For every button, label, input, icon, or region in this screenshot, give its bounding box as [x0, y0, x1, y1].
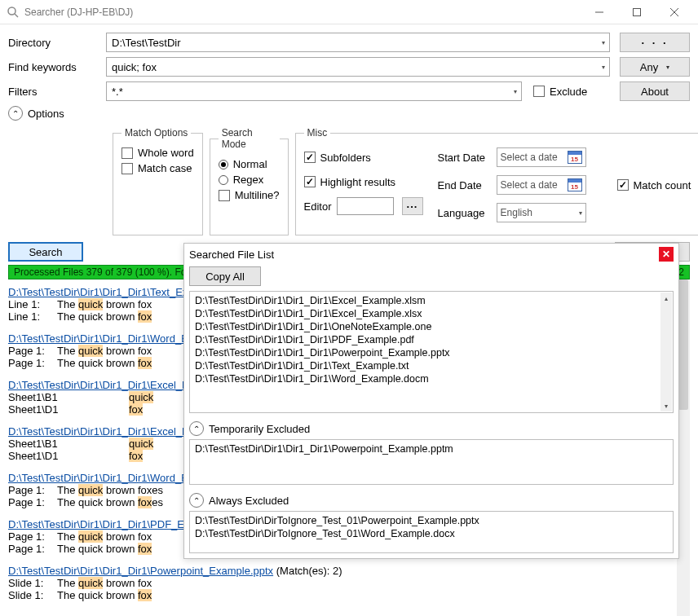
- multiline-checkbox[interactable]: Multiline?: [219, 189, 280, 201]
- result-file-link[interactable]: D:\Test\TestDir\Dir1\Dir1_Dir1\Excel_E: [8, 425, 189, 438]
- result-location: Page 1:: [8, 496, 57, 508]
- result-file-link[interactable]: D:\Test\TestDir\Dir1\Dir1_Dir1\Word_E: [8, 332, 188, 345]
- highlight: fox: [138, 543, 152, 555]
- result-location: Line 1:: [8, 298, 57, 310]
- always-excluded-title: Always Excluded: [209, 495, 674, 507]
- result-text: The quick brown fox: [57, 543, 152, 555]
- list-item[interactable]: D:\Test\TestDir\DirToIgnore_Test_01\Word…: [195, 527, 660, 540]
- result-text: fox: [129, 450, 143, 462]
- about-button[interactable]: About: [620, 81, 690, 101]
- result-location: Sheet1\B1: [8, 438, 129, 450]
- scrollbar-thumb[interactable]: [678, 279, 688, 410]
- result-file-link[interactable]: D:\Test\TestDir\Dir1\Dir1_Dir1\Text_Ex: [8, 286, 188, 298]
- always-excluded-list[interactable]: D:\Test\TestDir\DirToIgnore_Test_01\Powe…: [189, 511, 674, 553]
- whole-word-checkbox[interactable]: Whole word: [121, 147, 194, 159]
- exclude-checkbox[interactable]: Exclude: [533, 86, 587, 98]
- keywords-input[interactable]: [106, 57, 610, 77]
- result-text: The quick brown fox: [57, 530, 152, 543]
- result-text: fox: [129, 403, 143, 416]
- searched-list-title: Searched File List: [189, 249, 659, 261]
- highlight: fox: [138, 310, 152, 323]
- match-case-checkbox[interactable]: Match case: [121, 162, 194, 174]
- list-item[interactable]: D:\Test\TestDir\Dir1\Dir1_Dir1\OneNoteEx…: [195, 320, 660, 333]
- start-date-input[interactable]: Select a date: [497, 147, 586, 167]
- options-collapse-button[interactable]: ⌃: [8, 106, 23, 121]
- result-location: Line 1:: [8, 310, 57, 323]
- list-item[interactable]: D:\Test\TestDir\Dir1\Dir1_Dir1\PDF_Examp…: [195, 333, 660, 346]
- highlight: quick: [129, 391, 153, 403]
- highlight-checkbox[interactable]: Highlight results: [304, 171, 423, 192]
- result-location: Slide 1:: [8, 577, 57, 589]
- result-text: The quick brown fox: [57, 357, 152, 369]
- result-line: Slide 1:The quick brown fox: [8, 589, 682, 601]
- list-item[interactable]: D:\Test\TestDir\Dir1\Dir1_Dir1\Powerpoin…: [195, 346, 660, 359]
- popup-close-button[interactable]: ✕: [659, 247, 674, 262]
- result-text: quick: [129, 391, 153, 403]
- result-location: Page 1:: [8, 484, 57, 496]
- result-file-link[interactable]: D:\Test\TestDir\Dir1\Dir1_Dir1\Word_E: [8, 472, 188, 484]
- browse-directory-button[interactable]: · · ·: [620, 33, 690, 52]
- options-label: Options: [28, 108, 64, 120]
- list-item[interactable]: D:\Test\TestDir\Dir1\Dir1_Dir1\Excel_Exa…: [195, 294, 660, 307]
- match-options-group: Match Options Whole word Match case: [113, 127, 203, 235]
- result-file-link[interactable]: D:\Test\TestDir\Dir1\Dir1_Dir1\PDF_Ex: [8, 518, 190, 530]
- checkbox-icon: [219, 190, 230, 201]
- language-label: Language: [438, 207, 492, 219]
- list-scrollbar[interactable]: ▴▾: [660, 293, 672, 411]
- end-date-input[interactable]: Select a date: [497, 175, 586, 195]
- window-minimize-button[interactable]: [581, 0, 618, 24]
- always-excluded-collapse-button[interactable]: ⌃: [189, 493, 204, 508]
- misc-legend: Misc: [304, 127, 331, 139]
- end-date-label: End Date: [438, 179, 492, 191]
- result-text: quick: [129, 438, 153, 450]
- window-title: Searcher (DJ-HP-EB\DJ): [24, 7, 581, 18]
- result-text: The quick brown fox: [57, 298, 152, 310]
- match-count-text: (Match(es): 2): [273, 565, 342, 577]
- list-item[interactable]: D:\Test\TestDir\DirToIgnore_Test_01\Powe…: [195, 514, 660, 527]
- result-file-link[interactable]: D:\Test\TestDir\Dir1\Dir1_Dir1\Powerpoin…: [8, 565, 273, 577]
- checkbox-icon: [304, 176, 316, 187]
- match-options-legend: Match Options: [121, 127, 191, 139]
- svg-line-1: [15, 14, 18, 17]
- list-item[interactable]: D:\Test\TestDir\Dir1\Dir1_Dir1\Word_Exam…: [195, 372, 660, 385]
- temp-excluded-collapse-button[interactable]: ⌃: [189, 421, 204, 436]
- result-location: Slide 1:: [8, 589, 57, 601]
- checkbox-icon: [533, 86, 545, 97]
- match-count-checkbox[interactable]: Match count: [617, 143, 691, 227]
- window-close-button[interactable]: [656, 0, 693, 24]
- result-file-link[interactable]: D:\Test\TestDir\Dir1\Dir1_Dir1\Excel_E: [8, 379, 189, 391]
- list-item[interactable]: D:\Test\TestDir\Dir1\Dir1_Dir1\Text_Exam…: [195, 359, 660, 372]
- filters-input[interactable]: [106, 81, 522, 101]
- list-item[interactable]: D:\Test\TestDir\Dir1\Dir1_Dir1\Excel_Exa…: [195, 307, 660, 320]
- search-button[interactable]: Search: [8, 242, 83, 262]
- result-location: Page 1:: [8, 345, 57, 357]
- highlight: fox: [138, 589, 152, 601]
- result-text: The quick brown fox: [57, 577, 152, 589]
- directory-label: Directory: [8, 37, 106, 49]
- exclude-label: Exclude: [550, 86, 587, 98]
- misc-group: Misc Subfolders Highlight results Editor…: [295, 127, 698, 235]
- editor-input[interactable]: [337, 197, 394, 215]
- checkbox-icon: [617, 179, 629, 191]
- any-mode-button[interactable]: Any ▾: [620, 57, 690, 77]
- mode-normal-radio[interactable]: Normal: [219, 158, 280, 170]
- window-maximize-button[interactable]: [618, 0, 656, 24]
- highlight: quick: [78, 298, 103, 310]
- app-icon: [7, 6, 20, 19]
- mode-regex-radio[interactable]: Regex: [219, 174, 280, 186]
- calendar-icon: [568, 151, 582, 164]
- language-select[interactable]: English▾: [497, 203, 586, 222]
- result-text: The quick brown foxes: [57, 484, 163, 496]
- copy-all-button[interactable]: Copy All: [189, 266, 261, 286]
- result-location: Page 1:: [8, 543, 57, 555]
- highlight: quick: [78, 530, 103, 543]
- temp-excluded-list[interactable]: D:\Test\TestDir\Dir1\Dir1_Dir1\Powerpoin…: [189, 439, 674, 485]
- calendar-icon: [568, 178, 582, 191]
- list-item[interactable]: D:\Test\TestDir\Dir1\Dir1_Dir1\Powerpoin…: [195, 442, 660, 455]
- subfolders-checkbox[interactable]: Subfolders: [304, 147, 423, 168]
- editor-browse-button[interactable]: ···: [402, 197, 423, 215]
- search-mode-group: Search Mode Normal Regex Multiline?: [210, 127, 289, 235]
- directory-input[interactable]: [106, 33, 610, 52]
- searched-files-list[interactable]: D:\Test\TestDir\Dir1\Dir1_Dir1\Excel_Exa…: [189, 291, 674, 413]
- titlebar: Searcher (DJ-HP-EB\DJ): [0, 0, 698, 24]
